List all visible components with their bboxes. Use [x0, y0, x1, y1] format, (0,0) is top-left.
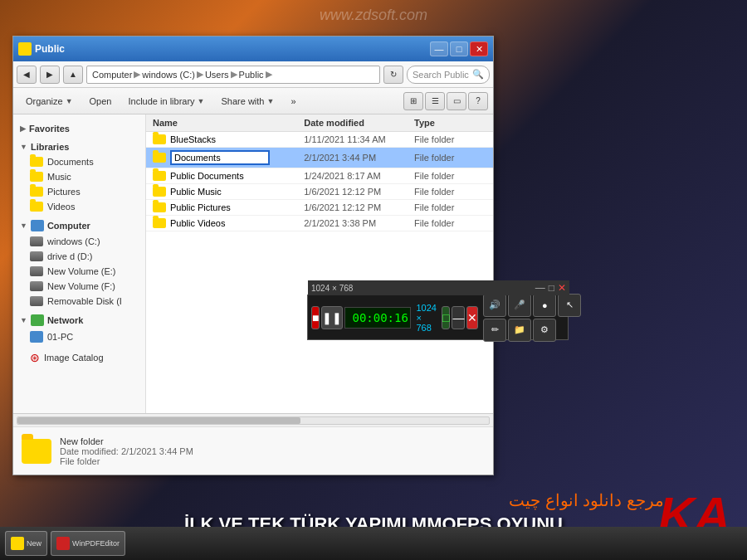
- preview-toggle[interactable]: ▭: [447, 92, 466, 110]
- organize-button[interactable]: Organize ▼: [18, 91, 81, 111]
- close-recording-button[interactable]: ✕: [466, 306, 478, 329]
- table-row[interactable]: Public Pictures 1/6/2021 12:12 PM File f…: [146, 200, 493, 216]
- public-documents-date: 1/24/2021 8:17 AM: [304, 171, 414, 181]
- explorer-window: Public — □ ✕ ◀ ▶ ▲ Computer ▶ windows (C…: [12, 36, 494, 475]
- sidebar-item-image-catalog[interactable]: ⊛ Image Catalog: [13, 348, 145, 367]
- path-part-windows[interactable]: windows (C:): [142, 70, 195, 80]
- recording-toolbar: 1024 × 768 — □ ✕ ■ ❚❚ 00:00:16 1024 × 76…: [307, 295, 569, 340]
- sidebar-network-label: Network: [47, 315, 83, 325]
- open-button[interactable]: Open: [82, 91, 120, 111]
- sidebar-item-pictures[interactable]: Pictures: [13, 184, 145, 199]
- sidebar-item-music[interactable]: Music: [13, 169, 145, 184]
- mic-button[interactable]: 🎤: [508, 294, 531, 317]
- header-type[interactable]: Type: [414, 118, 493, 128]
- address-bar: ◀ ▶ ▲ Computer ▶ windows (C:) ▶ Users ▶ …: [13, 61, 493, 88]
- documents-folder-icon-row: [153, 153, 166, 163]
- search-box[interactable]: Search Public 🔍: [407, 66, 490, 84]
- status-bar: New folder Date modified: 2/1/2021 3:44 …: [13, 426, 493, 475]
- sidebar-item-drive-d[interactable]: drive d (D:): [13, 249, 145, 264]
- refresh-button[interactable]: ↻: [383, 66, 403, 84]
- header-date[interactable]: Date modified: [304, 118, 414, 128]
- minimize-button[interactable]: —: [430, 41, 448, 56]
- image-catalog-icon: ⊛: [30, 351, 40, 364]
- file-rename-input[interactable]: [170, 150, 270, 165]
- table-row[interactable]: Public Documents 1/24/2021 8:17 AM File …: [146, 168, 493, 184]
- file-name-public-pictures: Public Pictures: [146, 202, 304, 212]
- more-button[interactable]: »: [283, 91, 303, 111]
- folder-button[interactable]: 📁: [508, 319, 531, 342]
- recording-minimize[interactable]: —: [535, 282, 545, 294]
- public-music-date: 1/6/2021 12:12 PM: [304, 187, 414, 197]
- recording-maximize[interactable]: □: [549, 282, 554, 294]
- public-music-type: File folder: [414, 187, 493, 197]
- path-part-users[interactable]: Users: [205, 70, 229, 80]
- include-library-button[interactable]: Include in library ▼: [120, 91, 212, 111]
- sidebar-computer-header[interactable]: ▼ Computer: [13, 217, 145, 234]
- search-icon[interactable]: 🔍: [472, 69, 484, 80]
- webcam-button[interactable]: ●: [533, 294, 556, 317]
- close-button[interactable]: ✕: [470, 41, 488, 56]
- public-pictures-type: File folder: [414, 202, 493, 212]
- taskbar-folder-icon: [11, 537, 24, 550]
- back-button[interactable]: ◀: [17, 66, 37, 84]
- file-name-public-videos: Public Videos: [146, 218, 304, 228]
- sidebar-item-videos[interactable]: Videos: [13, 199, 145, 214]
- sidebar-network-header[interactable]: ▼ Network: [13, 312, 145, 329]
- network-icon: [31, 314, 44, 326]
- include-library-arrow: ▼: [198, 97, 205, 105]
- view-toggle[interactable]: ☰: [425, 92, 445, 110]
- removable-icon: [30, 296, 43, 306]
- sidebar-favorites-header[interactable]: ▶ Favorites: [13, 121, 145, 136]
- minimize-recording-button[interactable]: —: [452, 306, 465, 329]
- path-part-public[interactable]: Public: [239, 70, 264, 80]
- sidebar-item-new-vol-e[interactable]: New Volume (E:): [13, 264, 145, 279]
- public-pictures-icon: [153, 202, 166, 212]
- sidebar-pc-01-label: 01-PC: [47, 332, 73, 342]
- documents-type: File folder: [414, 153, 493, 163]
- maximize-button[interactable]: □: [450, 41, 468, 56]
- view-button[interactable]: ⊞: [403, 92, 423, 110]
- sidebar-item-new-vol-f[interactable]: New Volume (F:): [13, 279, 145, 294]
- sidebar-computer-label: Computer: [47, 221, 90, 231]
- pause-button[interactable]: ❚❚: [321, 306, 343, 329]
- sidebar-libraries-label: Libraries: [31, 142, 69, 152]
- restore-button[interactable]: □: [442, 306, 450, 329]
- header-name[interactable]: Name: [146, 118, 304, 128]
- path-part-computer[interactable]: Computer: [92, 70, 132, 80]
- taskbar-item-folder[interactable]: New: [5, 531, 47, 556]
- table-row[interactable]: BlueStacks 1/11/2021 11:34 AM File folde…: [146, 132, 493, 148]
- path-sep-1: ▶: [134, 69, 140, 80]
- music-folder-icon: [30, 172, 43, 182]
- window-title: Public: [35, 43, 65, 55]
- cursor-button[interactable]: ↖: [558, 294, 581, 317]
- resolution-display: 1024 × 768: [413, 301, 439, 334]
- recording-close[interactable]: ✕: [558, 282, 566, 294]
- computer-icon: [31, 220, 44, 231]
- stop-button[interactable]: ■: [311, 306, 320, 329]
- address-path[interactable]: Computer ▶ windows (C:) ▶ Users ▶ Public…: [86, 66, 380, 84]
- table-row[interactable]: 2/1/2021 3:44 PM File folder: [146, 148, 493, 168]
- up-button[interactable]: ▲: [63, 66, 83, 84]
- sidebar-item-removable[interactable]: Removable Disk (I: [13, 294, 145, 309]
- table-row[interactable]: Public Music 1/6/2021 12:12 PM File fold…: [146, 184, 493, 200]
- sidebar-item-windows-c[interactable]: windows (C:): [13, 234, 145, 249]
- volume-button[interactable]: 🔊: [483, 294, 506, 317]
- bluestacks-type: File folder: [414, 134, 493, 144]
- status-folder-name: New folder: [60, 436, 193, 446]
- path-sep-3: ▶: [231, 69, 237, 80]
- forward-button[interactable]: ▶: [40, 66, 60, 84]
- share-with-button[interactable]: Share with ▼: [214, 91, 282, 111]
- settings-button[interactable]: ⚙: [533, 319, 556, 342]
- sidebar-section-image-catalog: ⊛ Image Catalog: [13, 348, 145, 367]
- sidebar-item-pc-01[interactable]: 01-PC: [13, 329, 145, 345]
- draw-button[interactable]: ✏: [483, 319, 506, 342]
- horizontal-scrollbar[interactable]: [13, 413, 493, 426]
- help-button[interactable]: ?: [468, 92, 488, 110]
- taskbar-item-winpdf[interactable]: WinPDFEditor: [51, 531, 125, 556]
- title-bar: Public — □ ✕: [13, 37, 493, 61]
- recording-title: 1024 × 768: [311, 284, 353, 293]
- table-row[interactable]: Public Videos 2/1/2021 3:38 PM File fold…: [146, 216, 493, 231]
- file-name-bluestacks: BlueStacks: [146, 134, 304, 144]
- sidebar-item-documents[interactable]: Documents: [13, 154, 145, 169]
- sidebar-libraries-header[interactable]: ▼ Libraries: [13, 139, 145, 154]
